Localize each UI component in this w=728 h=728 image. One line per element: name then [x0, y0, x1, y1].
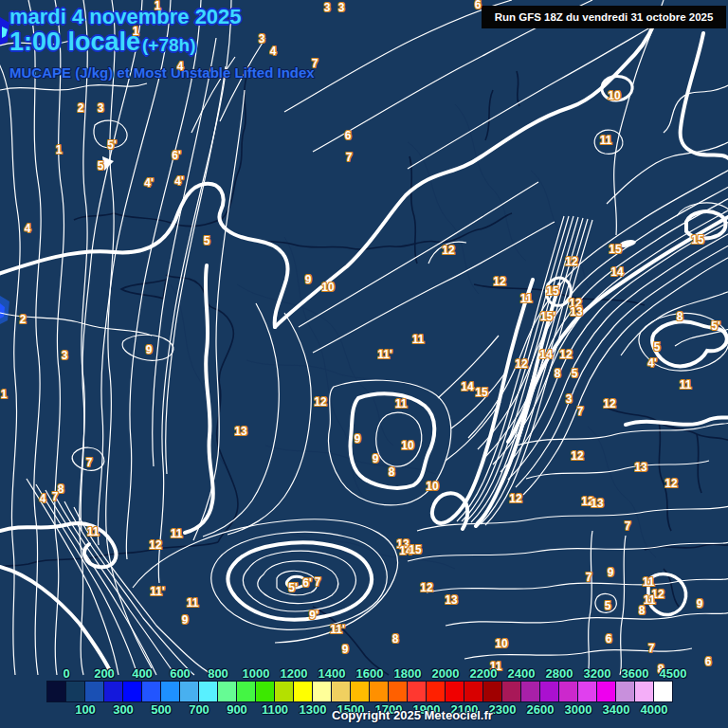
map-value-label: 15: [691, 234, 703, 246]
scale-tick-label: 300: [113, 703, 134, 716]
scale-segment: [274, 681, 294, 702]
map-value-label: 6: [475, 0, 482, 10]
map-value-label: 15: [609, 244, 621, 255]
scale-tick-label: 1200: [281, 667, 308, 680]
map-value-label: 15: [409, 544, 421, 555]
map-value-label: 6: [705, 656, 712, 667]
scale-segment: [179, 681, 199, 702]
scale-segment: [501, 681, 521, 702]
map-value-label: 11': [150, 586, 165, 597]
map-value-label: 11': [330, 624, 345, 635]
scale-segment: [388, 681, 408, 702]
map-value-label: 8: [58, 483, 64, 495]
scale-segment: [445, 681, 464, 702]
map-value-label: 4: [25, 223, 31, 234]
copyright-text: Copyright 2025 Meteociel.fr: [332, 708, 493, 722]
scale-segment: [539, 681, 559, 702]
map-value-label: 11: [395, 398, 408, 410]
scale-segment: [255, 681, 275, 702]
scale-tick-label: 0: [63, 667, 69, 680]
map-value-label: 12: [149, 539, 161, 551]
scale-segment: [46, 681, 66, 702]
map-value-label: 7: [577, 406, 584, 417]
model-run-info: Run GFS 18Z du vendredi 31 octobre 2025: [482, 6, 726, 28]
map-value-label: 13: [234, 426, 246, 437]
scale-segment: [160, 681, 180, 702]
scale-tick-label: 1000: [243, 667, 270, 680]
scale-segment: [520, 681, 540, 702]
scale-tick-label: 600: [170, 667, 191, 680]
map-value-label: 4': [647, 357, 657, 369]
map-value-label: 1: [155, 0, 161, 11]
map-value-label: 11': [377, 349, 392, 360]
scale-tick-label: 700: [189, 703, 209, 716]
map-value-label: 1: [56, 144, 63, 155]
map-value-label: 4': [144, 177, 154, 189]
scale-tick-label: 400: [132, 667, 153, 680]
map-value-label: 9: [697, 598, 703, 610]
map-value-label: 6: [606, 633, 612, 645]
map-value-label: 2: [20, 314, 27, 325]
map-value-label: 11: [187, 597, 199, 609]
map-value-label: 3: [98, 102, 104, 114]
map-value-label: 11: [171, 528, 183, 539]
scale-tick-label: 2400: [508, 667, 536, 680]
map-value-label: 7: [586, 572, 592, 583]
scale-tick-label: 1400: [318, 667, 346, 680]
map-value-label: 12: [565, 256, 577, 267]
map-value-label: 12: [509, 493, 521, 504]
map-value-label: 2: [78, 102, 84, 114]
map-value-label: 9: [355, 433, 361, 445]
map-value-label: 6: [345, 130, 352, 141]
map-value-label: 1: [133, 26, 139, 37]
scale-tick-label: 2800: [546, 667, 573, 680]
map-value-label: 13: [634, 462, 646, 473]
scale-tick-label: 1800: [394, 667, 422, 680]
map-value-label: 12: [314, 396, 326, 408]
scale-segment: [198, 681, 218, 702]
date-title: mardi 4 novembre 2025: [9, 5, 242, 29]
scale-segment: [293, 681, 313, 702]
map-value-label: 5: [98, 160, 104, 172]
scale-segment: [103, 681, 123, 702]
scale-segment: [634, 681, 654, 702]
scale-tick-label: 3000: [565, 703, 592, 716]
map-value-label: 5': [711, 320, 720, 332]
map-value-label: 15': [540, 311, 555, 322]
map-value-label: 7: [312, 58, 318, 69]
map-value-label: 14: [539, 349, 552, 360]
scale-tick-label: 100: [75, 703, 96, 716]
map-value-label: 8: [392, 633, 399, 645]
scale-segment: [464, 681, 483, 702]
map-value-label: 9': [309, 610, 318, 621]
scale-segment: [331, 681, 351, 702]
map-value-label: 15: [546, 285, 558, 297]
scale-tick-label: 3600: [622, 667, 649, 680]
scale-tick-label: 1100: [262, 703, 288, 716]
map-value-label: 7: [86, 457, 93, 468]
map-value-label: 11: [87, 526, 100, 537]
map-value-label: 10: [608, 90, 620, 101]
map-value-label: 3: [259, 33, 265, 45]
scale-segment: [596, 681, 616, 702]
scale-tick-label: 800: [208, 667, 228, 680]
map-value-label: 9: [373, 453, 379, 464]
map-value-label: 10: [401, 440, 413, 451]
scale-segment: [407, 681, 427, 702]
map-value-label: 11: [412, 334, 425, 345]
map-value-label: 7: [346, 152, 353, 163]
map-value-label: 3: [566, 393, 573, 405]
map-value-label: 5: [572, 368, 578, 379]
scale-segment: [615, 681, 635, 702]
map-value-label: 12: [571, 450, 583, 462]
map-value-label: 4: [40, 493, 46, 504]
scale-segment: [65, 681, 85, 702]
scale-segment: [558, 681, 578, 702]
scale-segment: [482, 681, 502, 702]
map-value-label: 10: [321, 282, 334, 293]
scale-segment: [312, 681, 332, 702]
scale-segment: [236, 681, 256, 702]
scale-segment: [141, 681, 161, 702]
map-value-label: 13: [591, 498, 603, 509]
map-value-label: 7: [625, 520, 631, 532]
